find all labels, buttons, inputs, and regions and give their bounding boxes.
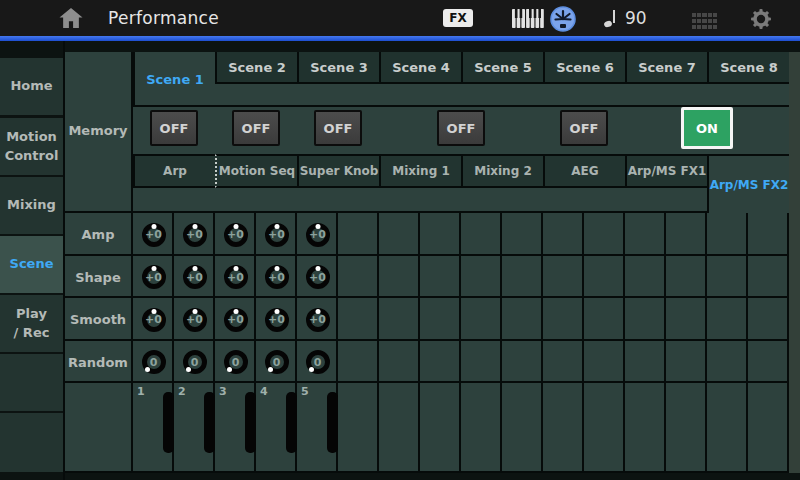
sidebar-item[interactable] <box>0 413 63 472</box>
knob[interactable]: 0 <box>265 350 289 374</box>
knob-strip: +0 +0 <box>133 213 338 256</box>
knob-value: +0 <box>186 271 203 284</box>
knob[interactable]: +0 <box>183 308 207 332</box>
knob[interactable]: 0 <box>142 350 166 374</box>
sub-tab-bar: Arp Motion Seq Super Knob Mixing 1 Mixin… <box>133 154 789 213</box>
slider-handle[interactable] <box>245 392 256 453</box>
scene-tab[interactable]: Scene 2 <box>215 52 297 84</box>
knob-cell: 0 <box>256 341 297 383</box>
slider-handle[interactable] <box>163 392 174 453</box>
scene-tab-label: Scene 7 <box>638 60 696 75</box>
knob[interactable]: +0 <box>265 265 289 289</box>
knob[interactable]: +0 <box>142 308 166 332</box>
knob-value: +0 <box>309 228 326 241</box>
sub-tab[interactable]: Arp/MS FX1 <box>625 154 707 188</box>
sidebar-item[interactable]: Motion Control <box>0 118 63 175</box>
knob[interactable]: 0 <box>306 350 330 374</box>
accent-divider <box>0 36 800 41</box>
sub-tab-label: Motion Seq <box>219 164 295 178</box>
knob-indicator-dot <box>151 224 156 229</box>
slider-number: 5 <box>301 385 309 398</box>
memory-toggle-button[interactable]: ON <box>681 107 733 149</box>
sub-tab-label: Super Knob <box>300 164 379 178</box>
scene-tab[interactable]: Scene 1 <box>133 52 215 107</box>
home-icon[interactable] <box>58 7 84 29</box>
slider-row: 1 2 3 4 5 <box>133 383 338 473</box>
knob-indicator-dot <box>192 309 197 314</box>
memory-toggle-button[interactable]: OFF <box>437 110 485 146</box>
knob-value: +0 <box>268 313 285 326</box>
scene-tab[interactable]: Scene 8 <box>707 52 789 84</box>
knob-indicator-dot <box>315 224 320 229</box>
keyboard-icon[interactable] <box>511 8 545 33</box>
knob[interactable]: +0 <box>224 265 248 289</box>
knob[interactable]: +0 <box>224 308 248 332</box>
knob-indicator-dot <box>233 309 238 314</box>
slider-handle[interactable] <box>204 392 215 453</box>
knob-row: Smooth +0 +0 <box>0 298 800 341</box>
scene-tab-bar: Scene 1 Scene 2 Scene 3 Scene 4 Scene 5 … <box>133 52 789 107</box>
knob[interactable]: +0 <box>142 265 166 289</box>
sub-tab[interactable]: Motion Seq <box>215 154 297 188</box>
knob[interactable]: +0 <box>306 308 330 332</box>
knob[interactable]: +0 <box>265 308 289 332</box>
sub-tab[interactable]: Mixing 1 <box>379 154 461 188</box>
sub-tab[interactable]: Super Knob <box>297 154 379 188</box>
scene-tab[interactable]: Scene 6 <box>543 52 625 84</box>
knob-cell: +0 <box>133 213 174 256</box>
sub-tab[interactable]: Arp <box>133 154 215 188</box>
knob-cell: +0 <box>297 213 338 256</box>
sidebar-item-label: Home <box>10 77 52 96</box>
pads-grid-icon[interactable] <box>692 13 719 29</box>
scene-tab[interactable]: Scene 5 <box>461 52 543 84</box>
gear-icon[interactable] <box>750 8 772 34</box>
slider-number: 1 <box>137 385 145 398</box>
knob-cell: +0 <box>215 213 256 256</box>
knob[interactable]: +0 <box>183 265 207 289</box>
knob[interactable]: +0 <box>306 223 330 247</box>
slider-handle[interactable] <box>327 392 338 453</box>
knob-value: +0 <box>186 313 203 326</box>
knob[interactable]: +0 <box>224 223 248 247</box>
knob-indicator-dot <box>268 367 273 372</box>
tempo-value[interactable]: 90 <box>625 8 647 28</box>
fx-button[interactable]: FX <box>443 9 473 27</box>
knob-strip: +0 +0 <box>133 256 338 298</box>
knob-indicator-dot <box>309 367 314 372</box>
slider-handle[interactable] <box>286 392 297 453</box>
knob-value: 0 <box>150 356 158 369</box>
sub-tab[interactable]: AEG <box>543 154 625 188</box>
knob-row: Shape +0 +0 <box>0 256 800 298</box>
memory-toggle-button[interactable]: OFF <box>150 110 198 146</box>
scene-tab[interactable]: Scene 7 <box>625 52 707 84</box>
label-column-divider <box>131 52 133 473</box>
scene-tab-label: Scene 6 <box>556 60 614 75</box>
knob-cell: +0 <box>174 256 215 298</box>
scene-tab[interactable]: Scene 3 <box>297 52 379 84</box>
sidebar-item[interactable]: Home <box>0 58 63 115</box>
knob-indicator-dot <box>145 367 150 372</box>
knob-indicator-dot <box>186 367 191 372</box>
knob[interactable]: +0 <box>183 223 207 247</box>
knob[interactable]: +0 <box>265 223 289 247</box>
sub-tab-label: Mixing 2 <box>474 164 532 178</box>
sub-tab[interactable]: Arp/MS FX2 <box>707 154 789 213</box>
knob-value: +0 <box>145 271 162 284</box>
knob[interactable]: +0 <box>306 265 330 289</box>
knob[interactable]: 0 <box>183 350 207 374</box>
knob-row-label: Random <box>65 341 131 383</box>
sub-tab[interactable]: Mixing 2 <box>461 154 543 188</box>
memory-toggle-button[interactable]: OFF <box>560 110 608 146</box>
memory-toggle-button[interactable]: OFF <box>314 110 362 146</box>
sidebar-item-label-2: Control <box>5 147 59 166</box>
knob-value: +0 <box>145 313 162 326</box>
scene-tab-label: Scene 3 <box>310 60 368 75</box>
knob-cell: 0 <box>297 341 338 383</box>
knob[interactable]: +0 <box>142 223 166 247</box>
scene-tab[interactable]: Scene 4 <box>379 52 461 84</box>
midi-icon[interactable] <box>549 5 577 37</box>
memory-toggle-button[interactable]: OFF <box>232 110 280 146</box>
knob-indicator-dot <box>274 224 279 229</box>
knob[interactable]: 0 <box>224 350 248 374</box>
memory-row-label: Memory <box>65 107 131 154</box>
